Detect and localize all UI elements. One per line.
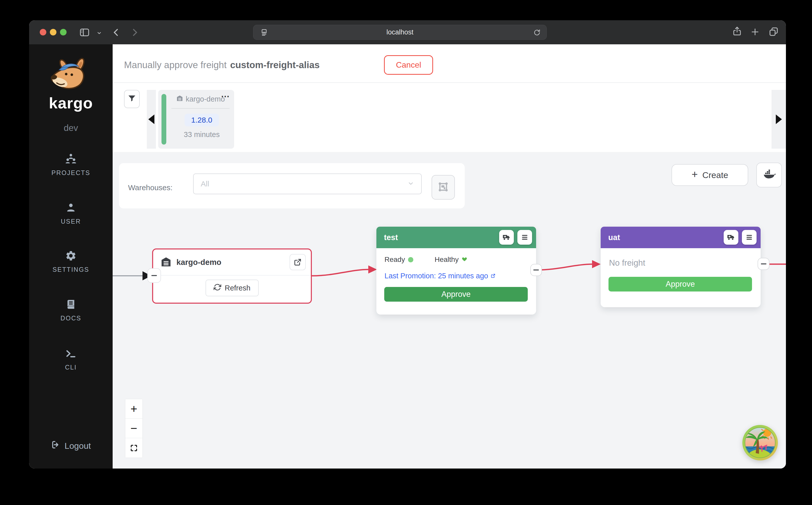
refresh-button[interactable]: Refresh	[206, 280, 259, 296]
warehouse-node[interactable]: kargo-demo	[152, 248, 312, 304]
stage-node-test[interactable]: test	[376, 227, 536, 315]
warehouses-label: Warehouses:	[128, 183, 173, 192]
tab-overview-icon[interactable]	[768, 26, 779, 37]
main-panel: Manually approve freight custom-freight-…	[112, 44, 786, 469]
ready-dot-icon	[408, 257, 413, 263]
kargo-mascot-logo	[47, 57, 94, 96]
image-frame-button[interactable]	[432, 175, 455, 200]
last-promotion-label: Last Promotion: 25 minutes ago	[384, 272, 488, 280]
freight-version-tag[interactable]: 1.28.0	[185, 114, 219, 126]
freight-menu-button[interactable]: ⋯	[221, 92, 230, 101]
browser-window: localhost	[29, 20, 786, 469]
chevron-down-icon[interactable]	[96, 30, 102, 36]
minus-icon	[533, 270, 539, 271]
minus-icon	[761, 264, 766, 265]
url-text: localhost	[386, 28, 414, 36]
approve-button-uat[interactable]: Approve	[608, 277, 752, 292]
warehouses-panel: Warehouses: All	[119, 163, 465, 208]
minus-icon	[152, 275, 157, 276]
freight-alias: custom-freight-alias	[230, 60, 320, 70]
stage-status-row: Ready Healthy	[384, 256, 467, 264]
warehouse-icon	[160, 256, 172, 269]
stage-name: test	[384, 233, 398, 242]
sidebar-item-label: CLI	[65, 364, 77, 371]
stage-node-uat[interactable]: uat	[601, 227, 761, 307]
minimize-window-button[interactable]	[50, 29, 56, 35]
image-frame-icon	[437, 180, 450, 194]
new-tab-icon[interactable]	[750, 27, 760, 37]
browser-toolbar: localhost	[29, 20, 786, 44]
filter-button[interactable]	[124, 90, 140, 108]
forward-icon[interactable]	[129, 27, 140, 38]
sidebar-item-projects[interactable]: PROJECTS	[29, 153, 112, 177]
address-bar[interactable]: localhost	[253, 25, 547, 40]
freight-card[interactable]: kargo-demo ⋯ 1.28.0 33 minutes	[158, 90, 234, 149]
fit-view-icon	[130, 444, 138, 452]
collapse-handle-test[interactable]	[530, 264, 542, 276]
external-link-icon	[293, 258, 302, 267]
truck-icon	[727, 233, 735, 241]
timeline-scroll-right[interactable]	[772, 90, 786, 149]
healthy-label: Healthy	[435, 256, 459, 264]
back-icon[interactable]	[110, 27, 122, 38]
warehouses-select-value: All	[201, 180, 407, 188]
logout-button[interactable]: Logout	[29, 440, 112, 452]
collapse-handle-warehouse[interactable]	[147, 268, 161, 283]
timeline-scroll-left[interactable]	[147, 90, 156, 149]
pipeline-graph: Warehouses: All	[112, 152, 786, 469]
warehouse-node-name: kargo-demo	[177, 258, 221, 267]
truck-icon	[502, 233, 511, 241]
hamburger-menu-icon	[745, 233, 753, 241]
zoom-in-button[interactable]: +	[125, 399, 143, 418]
sidebar-item-settings[interactable]: SETTINGS	[29, 250, 112, 273]
island-easter-egg-icon[interactable]	[742, 424, 779, 461]
cancel-button[interactable]: Cancel	[384, 55, 433, 75]
reload-icon[interactable]	[533, 29, 541, 37]
freight-truck-button[interactable]	[499, 230, 514, 244]
freight-timeline: kargo-demo ⋯ 1.28.0 33 minutes	[112, 83, 786, 152]
page-format-icon[interactable]	[260, 28, 268, 38]
sidebar-item-label: DOCS	[60, 315, 81, 322]
chevron-down-icon	[407, 180, 415, 188]
docker-images-button[interactable]	[756, 163, 782, 187]
kargo-sidebar: kargo dev PROJECTS USER	[29, 44, 112, 469]
kargo-wordmark: kargo	[29, 94, 112, 112]
gear-icon	[65, 250, 77, 263]
user-icon	[65, 202, 77, 214]
stage-menu-button[interactable]	[742, 230, 757, 244]
funnel-icon	[127, 94, 137, 104]
collapse-handle-uat[interactable]	[758, 258, 770, 270]
zoom-out-button[interactable]: −	[125, 418, 143, 438]
create-label: Create	[703, 170, 728, 180]
warehouses-select[interactable]: All	[193, 173, 422, 194]
arrow-right-icon	[776, 115, 782, 124]
close-window-button[interactable]	[40, 29, 46, 35]
sidebar-item-cli[interactable]: CLI	[29, 348, 112, 371]
docker-whale-icon	[763, 168, 776, 182]
share-icon[interactable]	[732, 26, 742, 36]
sidebar-item-label: PROJECTS	[51, 169, 90, 177]
last-promotion-link[interactable]: Last Promotion: 25 minutes ago	[384, 272, 496, 280]
open-warehouse-button[interactable]	[290, 254, 306, 270]
sidebar-toggle-icon[interactable]	[79, 27, 90, 38]
sidebar-item-label: USER	[61, 218, 81, 225]
sidebar-item-label: SETTINGS	[52, 266, 89, 273]
create-button[interactable]: + Create	[671, 164, 748, 186]
fullscreen-window-button[interactable]	[60, 29, 66, 35]
sidebar-item-user[interactable]: USER	[29, 202, 112, 225]
fit-view-button[interactable]	[125, 438, 143, 458]
plus-icon: +	[692, 169, 698, 180]
freight-age: 33 minutes	[169, 131, 234, 139]
refresh-icon	[214, 284, 221, 293]
external-link-icon	[491, 272, 496, 280]
freight-truck-button[interactable]	[724, 230, 738, 244]
arrow-left-icon	[148, 115, 155, 124]
stage-menu-button[interactable]	[517, 230, 532, 244]
approve-button-test[interactable]: Approve	[384, 287, 528, 302]
docs-book-icon	[65, 299, 77, 311]
sidebar-item-docs[interactable]: DOCS	[29, 299, 112, 322]
logout-label: Logout	[64, 441, 91, 451]
logout-icon	[51, 440, 60, 452]
no-freight-label: No freight	[609, 258, 645, 268]
hamburger-menu-icon	[521, 233, 529, 241]
